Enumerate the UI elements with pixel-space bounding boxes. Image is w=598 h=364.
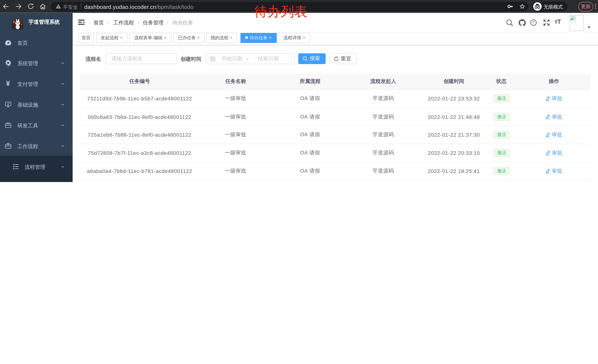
svg-text:?: ? (532, 21, 534, 25)
